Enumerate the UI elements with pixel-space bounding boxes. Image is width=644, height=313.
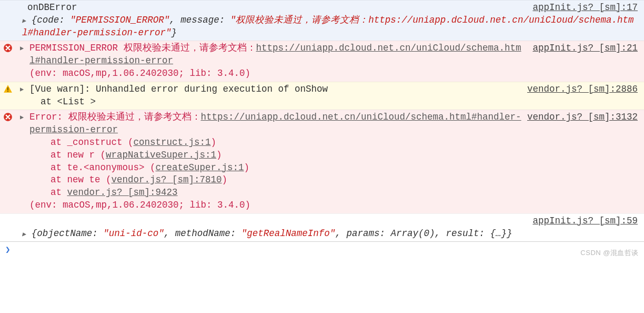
message-col: PERMISSION_ERROR 权限校验未通过，请参考文档：https://u… [29,42,642,80]
error-icon [2,111,20,122]
env-line: (env: macOS,mp,1.06.2402030; lib: 3.4.0) [29,67,638,80]
obj-part: , methodName: [164,228,242,239]
console-row-log[interactable]: appInit.js? [sm]:59 ▶ {objectName: "uni-… [0,213,644,242]
expand-arrow-icon[interactable]: ▶ [22,15,26,25]
expand-arrow-icon[interactable]: ▶ [20,42,29,53]
stack-line: at vendor.js? [sm]:9423 [29,187,638,199]
source-link[interactable]: appInit.js? [sm]:59 [532,215,638,228]
source-link[interactable]: vendor.js? [sm]:3132 [527,111,638,124]
obj-str: "uni-id-co" [103,228,164,239]
error-icon [2,42,20,53]
message-col: Error: 权限校验未通过，请参考文档：https://uniapp.dclo… [29,111,642,211]
stack-line: at new te (vendor.js? [sm]:7810) [29,174,638,187]
message-col: appInit.js? [sm]:59 ▶ {objectName: "uni-… [20,215,642,240]
message-col: onDBError appInit.js? [sm]:17 ▶ {code: "… [20,2,642,39]
warn-line1: [Vue warn]: Unhandled error during execu… [29,83,527,96]
stack-line: at _construct (construct.js:1) [29,136,638,149]
message-col: [Vue warn]: Unhandled error during execu… [29,83,642,109]
code-value: "PERMISSION_ERROR" [70,15,169,25]
source-link[interactable]: vendor.js? [sm]:2886 [527,83,638,96]
icon-col [2,2,20,3]
watermark: CSDN @混血哲谈 [580,248,639,258]
console-input-prompt[interactable]: ❯ [0,241,644,260]
obj-part: , params: Array(0), result: {…}} [335,228,512,239]
source-link[interactable]: appInit.js? [sm]:21 [532,42,638,55]
obj-sep: , message: [169,15,230,25]
expand-arrow-icon[interactable]: ▶ [20,83,29,94]
console-row-error-stack[interactable]: ▶ Error: 权限校验未通过，请参考文档：https://uniapp.dc… [0,110,644,213]
env-line: (env: macOS,mp,1.06.2402030; lib: 3.4.0) [29,199,638,212]
svg-rect-2 [7,91,8,92]
prompt-chevron-icon: ❯ [5,246,11,255]
console-row-error[interactable]: ▶ PERMISSION_ERROR 权限校验未通过，请参考文档：https:/… [0,41,644,81]
console-row-log[interactable]: onDBError appInit.js? [sm]:17 ▶ {code: "… [0,0,644,41]
svg-rect-1 [7,87,8,90]
source-link[interactable]: appInit.js? [sm]:17 [532,2,638,14]
console-row-warning[interactable]: ▶ [Vue warn]: Unhandled error during exe… [0,82,644,110]
expand-arrow-icon[interactable]: ▶ [20,111,29,122]
log-title: onDBError [27,2,532,14]
obj-close: } [172,27,177,38]
warning-icon [2,83,20,94]
stack-line: at te.<anonymous> (createSuper.js:1) [29,162,638,174]
error-prefix: Error: 权限校验未通过，请参考文档： [29,112,201,122]
stack-line: at new r (wrapNativeSuper.js:1) [29,149,638,162]
error-prefix: PERMISSION_ERROR 权限校验未通过，请参考文档： [29,43,256,53]
obj-open: {code: [32,15,71,25]
expand-arrow-icon[interactable]: ▶ [22,229,26,238]
obj-str: "getRealNameInfo" [242,228,336,239]
icon-col [2,215,20,216]
warn-line2: at <List > [29,96,638,109]
obj-part: {objectName: [32,228,104,239]
